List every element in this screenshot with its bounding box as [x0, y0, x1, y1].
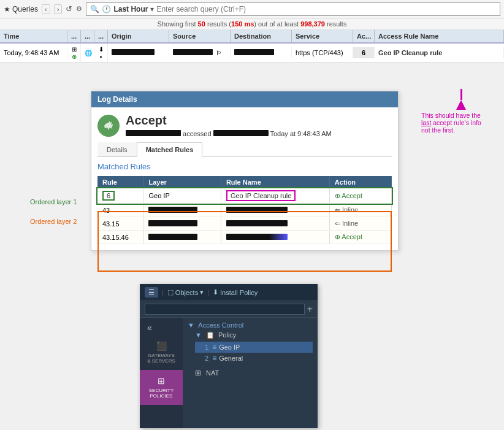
accept-plus-icon2: ⊕: [335, 233, 340, 240]
cell-layer-43: [143, 204, 221, 217]
cell-ac-num: 6: [353, 47, 375, 58]
table-row-layer2-2[interactable]: 43.15 ⇐ Inline: [97, 217, 392, 231]
queries-button[interactable]: ★ Queries: [4, 5, 38, 13]
cell-source: 🏳: [169, 47, 231, 58]
objects-dropdown-icon: ▾: [200, 288, 204, 296]
arrow-shaft: [460, 89, 462, 100]
cell-rule-431546: 43.15.46: [97, 231, 143, 244]
accept-plus-icon: ⊕: [335, 192, 340, 199]
cell-layer-geo: Geo IP: [143, 188, 221, 204]
col-header-dot2[interactable]: ...: [81, 30, 94, 42]
log-details-body: Accept accessed Today at 9:48:43 AM Deta…: [91, 107, 398, 250]
sc-add-button[interactable]: +: [307, 304, 313, 315]
sc-toolbar: ☰ | ⬚ Objects ▾ | ⬇ Install Policy: [140, 284, 318, 301]
sc-sep1: |: [162, 289, 164, 296]
accept-icon: [97, 115, 120, 137]
time-filter-dropdown[interactable]: ▾: [150, 5, 154, 13]
col-header-time[interactable]: Time: [0, 30, 67, 42]
col-header-dot1[interactable]: ...: [67, 30, 81, 42]
search-icon: 🔍: [90, 5, 99, 13]
cell-action-accept2: ⊕ Accept: [329, 231, 391, 244]
accept-row: Accept accessed Today at 9:48:43 AM: [97, 113, 392, 137]
policy-subsection: ▼ 📋 Policy 1 ≡ Geo IP 2 ≡ General: [188, 331, 313, 364]
matched-rules-table: Rule Layer Rule Name Action 6 Geo IP: [97, 176, 392, 244]
tab-matched-rules[interactable]: Matched Rules: [137, 142, 203, 157]
sc-install-button[interactable]: ⬇ Install Policy: [213, 288, 258, 296]
matched-rules-title: Matched Rules: [97, 162, 392, 171]
expand-icon: ▼: [188, 321, 194, 329]
search-input[interactable]: [156, 5, 496, 13]
cell-rulename-geo: Geo IP Cleanup rule: [221, 188, 329, 204]
access-control-title: Access Control: [198, 321, 243, 329]
matched-rules-content: Matched Rules Ordered layer 1 Ordered la…: [97, 162, 392, 244]
general-layer-icon: ≡: [212, 354, 216, 363]
security-icon: ⊞: [158, 376, 165, 386]
refresh-button[interactable]: ↺: [66, 4, 72, 13]
accessed-text: accessed: [183, 130, 211, 137]
cell-rule-4315: 43.15: [97, 217, 143, 231]
cell-icons2: 🌐: [81, 47, 94, 58]
col-header-dot3[interactable]: ...: [94, 30, 108, 42]
policy-icon: 📋: [206, 331, 215, 339]
geo-ip-layer-icon: ≡: [212, 343, 216, 351]
log-table-header: Time ... ... ... Origin Source Destinati…: [0, 30, 504, 44]
accept-title: Accept: [126, 113, 332, 128]
sc-collapse-button[interactable]: «: [142, 321, 157, 334]
sc-sep2: |: [207, 289, 209, 296]
grid-icon: ⊞: [72, 46, 77, 53]
layer1-label: Ordered layer 1: [30, 198, 77, 205]
cell-rulename-431546: [221, 231, 329, 244]
main-toolbar: ★ Queries ‹ › ↺ ⚙ 🔍 🕐 Last Hour ▾: [0, 0, 504, 18]
table-row-layer2-3[interactable]: 43.15.46 ⊕ Accept: [97, 231, 392, 244]
install-icon: ⬇: [213, 288, 218, 296]
annotation-box: This should have the last accept rule's …: [421, 89, 501, 134]
cell-destination: [231, 47, 292, 58]
cell-layer-4315: [143, 217, 221, 231]
log-table-row[interactable]: Today, 9:48:43 AM ⊞ ⊕ 🌐 ⬇ ▪ 🏳 https (TCP…: [0, 44, 504, 63]
col-header-origin[interactable]: Origin: [108, 30, 169, 42]
time-filter[interactable]: Last Hour: [113, 5, 148, 13]
sc-search-row: +: [140, 301, 318, 318]
policy-label: Policy: [218, 331, 236, 339]
cell-icons3: ⬇ ▪: [94, 44, 108, 62]
cell-service: https (TCP/443): [292, 47, 353, 58]
accept-desc: accessed Today at 9:48:43 AM: [126, 130, 332, 137]
nat-item[interactable]: ⊞ NAT: [193, 367, 313, 378]
table-row-layer2-1[interactable]: 43 ⇐ Inline: [97, 204, 392, 217]
tab-details[interactable]: Details: [97, 142, 137, 156]
forward-button[interactable]: ›: [54, 4, 63, 14]
download-icon: ⬇: [99, 46, 104, 53]
sc-sidebar: « ⬛ GATEWAYS& SERVERS ⊞ SECURITYPOLICIES: [140, 318, 183, 428]
col-header-service[interactable]: Service: [292, 30, 353, 42]
log-details-panel: Log Details Accept accessed Today at 9:4…: [91, 91, 399, 251]
sidebar-item-gateways[interactable]: ⬛ GATEWAYS& SERVERS: [140, 335, 183, 370]
sidebar-item-security[interactable]: ⊞ SECURITYPOLICIES: [140, 370, 183, 405]
log-details-header: Log Details: [91, 91, 398, 107]
star-icon: ★: [4, 5, 10, 13]
inline-icon: ⇐: [335, 206, 340, 213]
policy-item-geo-ip[interactable]: 1 ≡ Geo IP: [195, 342, 313, 353]
sc-objects-button[interactable]: ⬚ Objects ▾: [167, 288, 204, 296]
col-header-accname[interactable]: Access Rule Name: [375, 30, 504, 42]
cell-rulename-4315: [221, 217, 329, 231]
time-text: Today at 9:48:43 AM: [270, 130, 331, 137]
col-header-destination[interactable]: Destination: [231, 30, 292, 42]
table-row-layer1[interactable]: 6 Geo IP Geo IP Cleanup rule ⊕ Accept: [97, 188, 392, 204]
sc-body: « ⬛ GATEWAYS& SERVERS ⊞ SECURITYPOLICIES…: [140, 318, 318, 428]
clock-icon: 🕐: [102, 5, 111, 13]
col-header-ac[interactable]: Ac...: [353, 30, 375, 42]
layer2-label: Ordered layer 2: [30, 218, 77, 225]
smart-console-panel: ☰ | ⬚ Objects ▾ | ⬇ Install Policy + « ⬛…: [140, 284, 318, 428]
settings-button[interactable]: ⚙: [76, 5, 82, 13]
cell-action-inline1: ⇐ Inline: [329, 204, 391, 217]
cell-action-inline2: ⇐ Inline: [329, 217, 391, 231]
col-header-source[interactable]: Source: [169, 30, 231, 42]
plus-icon: ⊕: [72, 53, 77, 60]
sc-menu-button[interactable]: ☰: [145, 287, 158, 298]
search-box[interactable]: 🔍 🕐 Last Hour ▾: [86, 2, 500, 16]
sc-search-input[interactable]: [145, 304, 305, 315]
back-button[interactable]: ‹: [42, 4, 50, 14]
gateways-icon: ⬛: [156, 341, 167, 351]
policy-item-general[interactable]: 2 ≡ General: [195, 353, 313, 364]
cell-layer-431546: [143, 231, 221, 244]
